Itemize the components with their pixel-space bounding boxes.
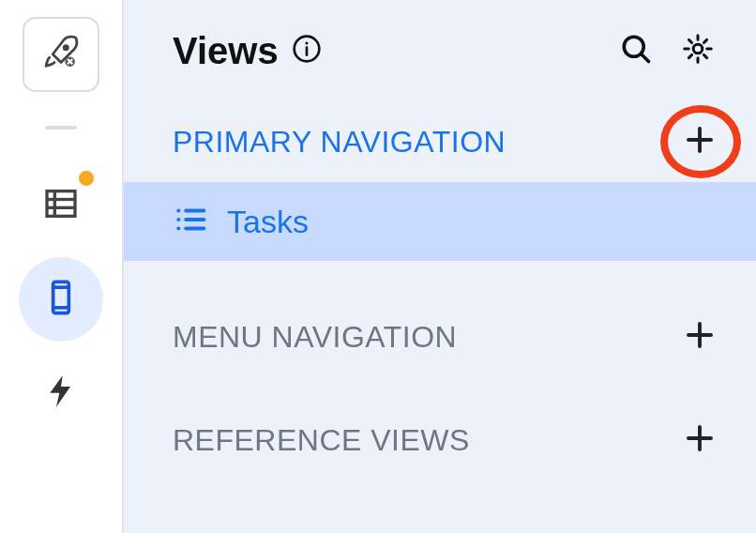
svg-point-19 bbox=[176, 226, 180, 230]
svg-point-14 bbox=[693, 44, 703, 53]
add-primary-view-button[interactable] bbox=[679, 121, 720, 162]
svg-rect-2 bbox=[47, 191, 75, 217]
search-icon bbox=[619, 32, 653, 69]
plus-icon bbox=[683, 318, 717, 356]
add-menu-view-button[interactable] bbox=[679, 316, 720, 358]
section-label: REFERENCE VIEWS bbox=[173, 423, 470, 458]
view-item-label: Tasks bbox=[227, 204, 309, 240]
views-header: Views bbox=[124, 0, 756, 101]
svg-line-13 bbox=[642, 54, 649, 62]
rail-divider bbox=[45, 126, 77, 129]
search-button[interactable] bbox=[613, 28, 658, 73]
rocket-icon bbox=[41, 33, 81, 76]
section-reference-views: REFERENCE VIEWS bbox=[124, 400, 756, 480]
section-primary-navigation: PRIMARY NAVIGATION bbox=[124, 101, 756, 182]
add-reference-view-button[interactable] bbox=[679, 419, 720, 461]
section-menu-navigation: MENU NAVIGATION bbox=[124, 297, 756, 377]
plus-icon bbox=[683, 123, 717, 160]
table-icon bbox=[42, 185, 80, 226]
notification-dot bbox=[79, 171, 94, 186]
lightning-icon bbox=[42, 373, 80, 414]
page-title: Views bbox=[173, 30, 279, 72]
mobile-icon bbox=[42, 279, 80, 320]
section-label: PRIMARY NAVIGATION bbox=[173, 125, 506, 160]
info-icon[interactable] bbox=[292, 30, 322, 72]
left-rail bbox=[0, 0, 124, 533]
plus-icon bbox=[683, 421, 717, 459]
sidebar-item-views[interactable] bbox=[19, 257, 103, 342]
svg-point-17 bbox=[176, 208, 180, 212]
svg-point-18 bbox=[176, 218, 180, 221]
sidebar-item-data[interactable] bbox=[19, 163, 103, 248]
sidebar-item-automation[interactable] bbox=[19, 351, 103, 435]
list-icon bbox=[173, 202, 208, 241]
app-launcher-button[interactable] bbox=[23, 17, 99, 92]
page-title-wrap: Views bbox=[173, 30, 322, 72]
settings-button[interactable] bbox=[675, 28, 720, 73]
svg-point-10 bbox=[305, 41, 308, 44]
main-panel: Views bbox=[124, 0, 756, 533]
view-item-tasks[interactable]: Tasks bbox=[124, 182, 756, 261]
gear-icon bbox=[681, 32, 715, 69]
section-label: MENU NAVIGATION bbox=[173, 320, 457, 355]
svg-point-0 bbox=[64, 46, 68, 50]
